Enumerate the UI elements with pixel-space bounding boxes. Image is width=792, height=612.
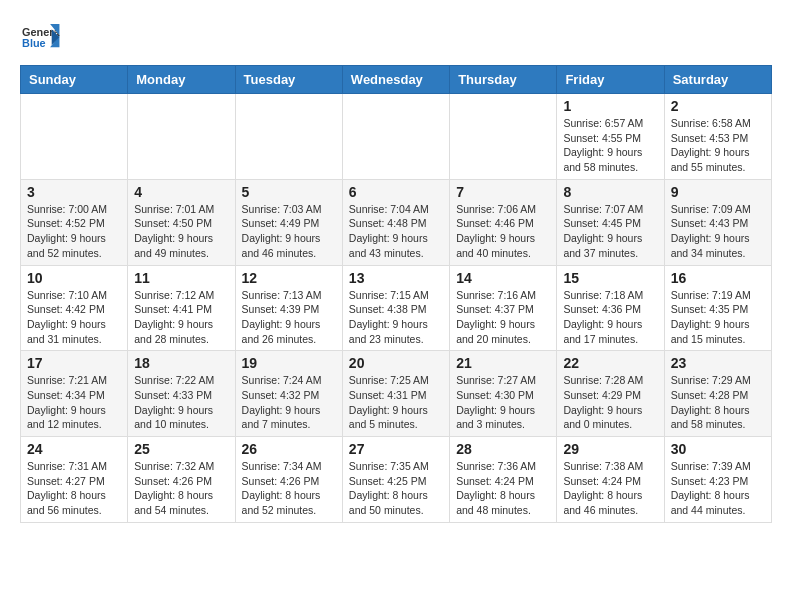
day-info: Sunrise: 7:10 AM Sunset: 4:42 PM Dayligh… (27, 288, 121, 347)
day-number: 20 (349, 355, 443, 371)
calendar-cell: 20Sunrise: 7:25 AM Sunset: 4:31 PM Dayli… (342, 351, 449, 437)
calendar-cell (21, 94, 128, 180)
calendar-cell: 7Sunrise: 7:06 AM Sunset: 4:46 PM Daylig… (450, 179, 557, 265)
day-number: 23 (671, 355, 765, 371)
day-number: 5 (242, 184, 336, 200)
calendar-cell: 24Sunrise: 7:31 AM Sunset: 4:27 PM Dayli… (21, 437, 128, 523)
week-row-5: 24Sunrise: 7:31 AM Sunset: 4:27 PM Dayli… (21, 437, 772, 523)
calendar-cell: 15Sunrise: 7:18 AM Sunset: 4:36 PM Dayli… (557, 265, 664, 351)
calendar-cell: 8Sunrise: 7:07 AM Sunset: 4:45 PM Daylig… (557, 179, 664, 265)
day-info: Sunrise: 6:57 AM Sunset: 4:55 PM Dayligh… (563, 116, 657, 175)
calendar-cell: 6Sunrise: 7:04 AM Sunset: 4:48 PM Daylig… (342, 179, 449, 265)
calendar-cell (128, 94, 235, 180)
day-info: Sunrise: 7:16 AM Sunset: 4:37 PM Dayligh… (456, 288, 550, 347)
day-number: 30 (671, 441, 765, 457)
day-info: Sunrise: 7:07 AM Sunset: 4:45 PM Dayligh… (563, 202, 657, 261)
day-number: 9 (671, 184, 765, 200)
calendar-cell: 25Sunrise: 7:32 AM Sunset: 4:26 PM Dayli… (128, 437, 235, 523)
day-number: 22 (563, 355, 657, 371)
day-number: 14 (456, 270, 550, 286)
calendar-cell (342, 94, 449, 180)
week-row-1: 1Sunrise: 6:57 AM Sunset: 4:55 PM Daylig… (21, 94, 772, 180)
weekday-header-saturday: Saturday (664, 66, 771, 94)
day-info: Sunrise: 7:00 AM Sunset: 4:52 PM Dayligh… (27, 202, 121, 261)
day-number: 4 (134, 184, 228, 200)
calendar-cell: 17Sunrise: 7:21 AM Sunset: 4:34 PM Dayli… (21, 351, 128, 437)
calendar-cell: 14Sunrise: 7:16 AM Sunset: 4:37 PM Dayli… (450, 265, 557, 351)
calendar-cell: 21Sunrise: 7:27 AM Sunset: 4:30 PM Dayli… (450, 351, 557, 437)
weekday-header-tuesday: Tuesday (235, 66, 342, 94)
calendar-cell: 18Sunrise: 7:22 AM Sunset: 4:33 PM Dayli… (128, 351, 235, 437)
day-number: 6 (349, 184, 443, 200)
day-number: 26 (242, 441, 336, 457)
weekday-header-thursday: Thursday (450, 66, 557, 94)
calendar-cell: 28Sunrise: 7:36 AM Sunset: 4:24 PM Dayli… (450, 437, 557, 523)
day-info: Sunrise: 7:22 AM Sunset: 4:33 PM Dayligh… (134, 373, 228, 432)
calendar-cell: 16Sunrise: 7:19 AM Sunset: 4:35 PM Dayli… (664, 265, 771, 351)
day-number: 15 (563, 270, 657, 286)
calendar-cell: 19Sunrise: 7:24 AM Sunset: 4:32 PM Dayli… (235, 351, 342, 437)
calendar-cell: 4Sunrise: 7:01 AM Sunset: 4:50 PM Daylig… (128, 179, 235, 265)
day-number: 25 (134, 441, 228, 457)
day-number: 1 (563, 98, 657, 114)
day-number: 16 (671, 270, 765, 286)
calendar-cell: 27Sunrise: 7:35 AM Sunset: 4:25 PM Dayli… (342, 437, 449, 523)
day-info: Sunrise: 7:39 AM Sunset: 4:23 PM Dayligh… (671, 459, 765, 518)
day-number: 3 (27, 184, 121, 200)
weekday-header-row: SundayMondayTuesdayWednesdayThursdayFrid… (21, 66, 772, 94)
weekday-header-monday: Monday (128, 66, 235, 94)
day-number: 7 (456, 184, 550, 200)
weekday-header-friday: Friday (557, 66, 664, 94)
day-info: Sunrise: 7:13 AM Sunset: 4:39 PM Dayligh… (242, 288, 336, 347)
calendar-cell: 2Sunrise: 6:58 AM Sunset: 4:53 PM Daylig… (664, 94, 771, 180)
calendar-cell: 29Sunrise: 7:38 AM Sunset: 4:24 PM Dayli… (557, 437, 664, 523)
calendar-cell: 13Sunrise: 7:15 AM Sunset: 4:38 PM Dayli… (342, 265, 449, 351)
calendar-cell: 11Sunrise: 7:12 AM Sunset: 4:41 PM Dayli… (128, 265, 235, 351)
calendar-cell (235, 94, 342, 180)
day-info: Sunrise: 7:18 AM Sunset: 4:36 PM Dayligh… (563, 288, 657, 347)
calendar-cell: 22Sunrise: 7:28 AM Sunset: 4:29 PM Dayli… (557, 351, 664, 437)
day-info: Sunrise: 7:32 AM Sunset: 4:26 PM Dayligh… (134, 459, 228, 518)
week-row-2: 3Sunrise: 7:00 AM Sunset: 4:52 PM Daylig… (21, 179, 772, 265)
day-info: Sunrise: 7:24 AM Sunset: 4:32 PM Dayligh… (242, 373, 336, 432)
day-number: 10 (27, 270, 121, 286)
day-number: 21 (456, 355, 550, 371)
day-number: 27 (349, 441, 443, 457)
weekday-header-sunday: Sunday (21, 66, 128, 94)
logo: General Blue (20, 20, 60, 55)
day-number: 18 (134, 355, 228, 371)
day-info: Sunrise: 7:38 AM Sunset: 4:24 PM Dayligh… (563, 459, 657, 518)
calendar-cell: 9Sunrise: 7:09 AM Sunset: 4:43 PM Daylig… (664, 179, 771, 265)
calendar-cell: 1Sunrise: 6:57 AM Sunset: 4:55 PM Daylig… (557, 94, 664, 180)
day-info: Sunrise: 7:21 AM Sunset: 4:34 PM Dayligh… (27, 373, 121, 432)
day-number: 13 (349, 270, 443, 286)
calendar-cell: 12Sunrise: 7:13 AM Sunset: 4:39 PM Dayli… (235, 265, 342, 351)
calendar-cell: 5Sunrise: 7:03 AM Sunset: 4:49 PM Daylig… (235, 179, 342, 265)
day-info: Sunrise: 7:06 AM Sunset: 4:46 PM Dayligh… (456, 202, 550, 261)
weekday-header-wednesday: Wednesday (342, 66, 449, 94)
calendar-cell: 3Sunrise: 7:00 AM Sunset: 4:52 PM Daylig… (21, 179, 128, 265)
day-number: 29 (563, 441, 657, 457)
day-info: Sunrise: 7:19 AM Sunset: 4:35 PM Dayligh… (671, 288, 765, 347)
day-info: Sunrise: 7:09 AM Sunset: 4:43 PM Dayligh… (671, 202, 765, 261)
calendar-cell: 10Sunrise: 7:10 AM Sunset: 4:42 PM Dayli… (21, 265, 128, 351)
day-info: Sunrise: 7:28 AM Sunset: 4:29 PM Dayligh… (563, 373, 657, 432)
day-info: Sunrise: 7:03 AM Sunset: 4:49 PM Dayligh… (242, 202, 336, 261)
day-info: Sunrise: 7:36 AM Sunset: 4:24 PM Dayligh… (456, 459, 550, 518)
calendar-cell: 26Sunrise: 7:34 AM Sunset: 4:26 PM Dayli… (235, 437, 342, 523)
calendar-cell: 30Sunrise: 7:39 AM Sunset: 4:23 PM Dayli… (664, 437, 771, 523)
week-row-3: 10Sunrise: 7:10 AM Sunset: 4:42 PM Dayli… (21, 265, 772, 351)
calendar-table: SundayMondayTuesdayWednesdayThursdayFrid… (20, 65, 772, 523)
svg-text:Blue: Blue (22, 37, 46, 49)
calendar-cell (450, 94, 557, 180)
day-info: Sunrise: 7:31 AM Sunset: 4:27 PM Dayligh… (27, 459, 121, 518)
page-header: General Blue (20, 20, 772, 55)
day-number: 19 (242, 355, 336, 371)
day-info: Sunrise: 7:35 AM Sunset: 4:25 PM Dayligh… (349, 459, 443, 518)
day-info: Sunrise: 7:04 AM Sunset: 4:48 PM Dayligh… (349, 202, 443, 261)
logo-icon: General Blue (20, 20, 60, 55)
day-info: Sunrise: 7:12 AM Sunset: 4:41 PM Dayligh… (134, 288, 228, 347)
week-row-4: 17Sunrise: 7:21 AM Sunset: 4:34 PM Dayli… (21, 351, 772, 437)
day-number: 24 (27, 441, 121, 457)
day-info: Sunrise: 7:25 AM Sunset: 4:31 PM Dayligh… (349, 373, 443, 432)
